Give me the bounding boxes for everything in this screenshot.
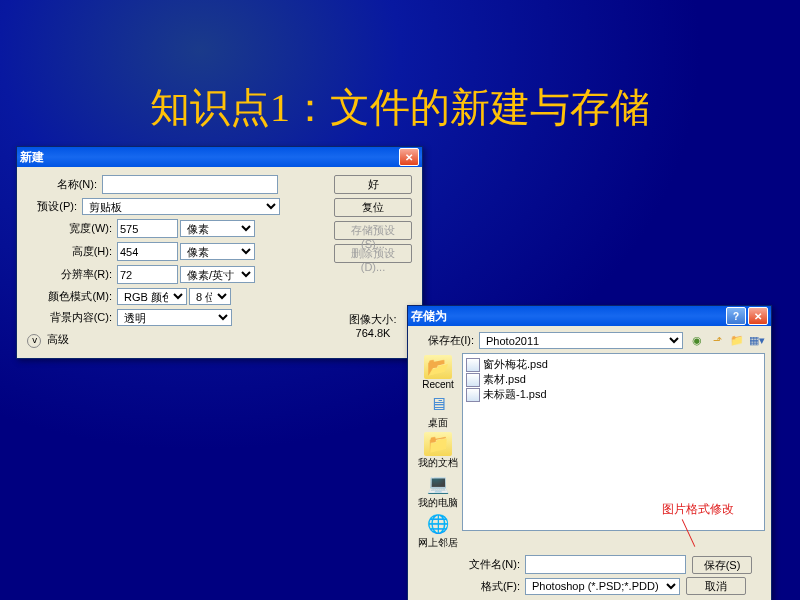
filename-input[interactable] xyxy=(525,555,686,574)
reset-button[interactable]: 复位 xyxy=(334,198,412,217)
place-recent[interactable]: 📂Recent xyxy=(422,355,454,390)
resolution-input[interactable] xyxy=(117,265,178,284)
delete-preset-button: 删除预设(D)... xyxy=(334,244,412,263)
file-list[interactable]: 窗外梅花.psd 素材.psd 未标题-1.psd 图片格式修改 xyxy=(462,353,765,531)
width-input[interactable] xyxy=(117,219,178,238)
dialog-title: 新建 xyxy=(20,149,44,166)
new-file-dialog: 新建 ✕ 名称(N): 预设(P): 剪贴板 宽度(W): 像素 高度(H): … xyxy=(16,146,423,359)
cancel-button[interactable]: 取消 xyxy=(686,577,746,595)
resolution-label: 分辨率(R): xyxy=(27,267,112,282)
place-mydocs[interactable]: 📁我的文档 xyxy=(418,432,458,470)
annotation-text: 图片格式修改 xyxy=(662,501,734,518)
up-icon[interactable]: ⬏ xyxy=(709,333,725,349)
save-preset-button: 存储预设(S)... xyxy=(334,221,412,240)
close-icon[interactable]: ✕ xyxy=(399,148,419,166)
help-icon[interactable]: ? xyxy=(726,307,746,325)
titlebar: 存储为 ? ✕ xyxy=(408,306,771,326)
filename-label: 文件名(N): xyxy=(464,557,520,572)
image-size-info: 图像大小: 764.8K xyxy=(334,312,412,339)
back-icon[interactable]: ◉ xyxy=(689,333,705,349)
width-label: 宽度(W): xyxy=(27,221,112,236)
list-item[interactable]: 窗外梅花.psd xyxy=(466,357,761,372)
view-icon[interactable]: ▦▾ xyxy=(749,333,765,349)
chevron-down-icon: ⅴ xyxy=(27,334,41,348)
format-label: 格式(F): xyxy=(464,579,520,594)
list-item[interactable]: 素材.psd xyxy=(466,372,761,387)
preset-label: 预设(P): xyxy=(27,199,77,214)
color-mode-select[interactable]: RGB 颜色 xyxy=(117,288,187,305)
format-select[interactable]: Photoshop (*.PSD;*.PDD) xyxy=(525,578,680,595)
name-label: 名称(N): xyxy=(27,177,97,192)
dialog-title: 存储为 xyxy=(411,308,447,325)
height-input[interactable] xyxy=(117,242,178,261)
titlebar: 新建 ✕ xyxy=(17,147,422,167)
ok-button[interactable]: 好 xyxy=(334,175,412,194)
file-icon xyxy=(466,358,480,372)
height-label: 高度(H): xyxy=(27,244,112,259)
place-desktop[interactable]: 🖥桌面 xyxy=(424,392,452,430)
file-icon xyxy=(466,388,480,402)
place-mycomputer[interactable]: 💻我的电脑 xyxy=(418,472,458,510)
save-button[interactable]: 保存(S) xyxy=(692,556,752,574)
bit-depth-select[interactable]: 8 位 xyxy=(189,288,231,305)
file-icon xyxy=(466,373,480,387)
height-unit-select[interactable]: 像素 xyxy=(180,243,255,260)
color-mode-label: 颜色模式(M): xyxy=(27,289,112,304)
annotation-arrow xyxy=(682,519,696,547)
folder-select[interactable]: Photo2011 xyxy=(479,332,683,349)
save-as-dialog: 存储为 ? ✕ 保存在(I): Photo2011 ◉ ⬏ 📁 ▦▾ 📂Rece… xyxy=(407,305,772,600)
place-network[interactable]: 🌐网上邻居 xyxy=(418,512,458,550)
places-bar: 📂Recent 🖥桌面 📁我的文档 💻我的电脑 🌐网上邻居 xyxy=(414,353,462,550)
background-label: 背景内容(C): xyxy=(27,310,112,325)
list-item[interactable]: 未标题-1.psd xyxy=(466,387,761,402)
slide-title: 知识点1：文件的新建与存储 xyxy=(0,80,800,135)
close-icon[interactable]: ✕ xyxy=(748,307,768,325)
preset-select[interactable]: 剪贴板 xyxy=(82,198,280,215)
resolution-unit-select[interactable]: 像素/英寸 xyxy=(180,266,255,283)
new-folder-icon[interactable]: 📁 xyxy=(729,333,745,349)
width-unit-select[interactable]: 像素 xyxy=(180,220,255,237)
name-input[interactable] xyxy=(102,175,278,194)
savein-label: 保存在(I): xyxy=(414,333,474,348)
background-select[interactable]: 透明 xyxy=(117,309,232,326)
